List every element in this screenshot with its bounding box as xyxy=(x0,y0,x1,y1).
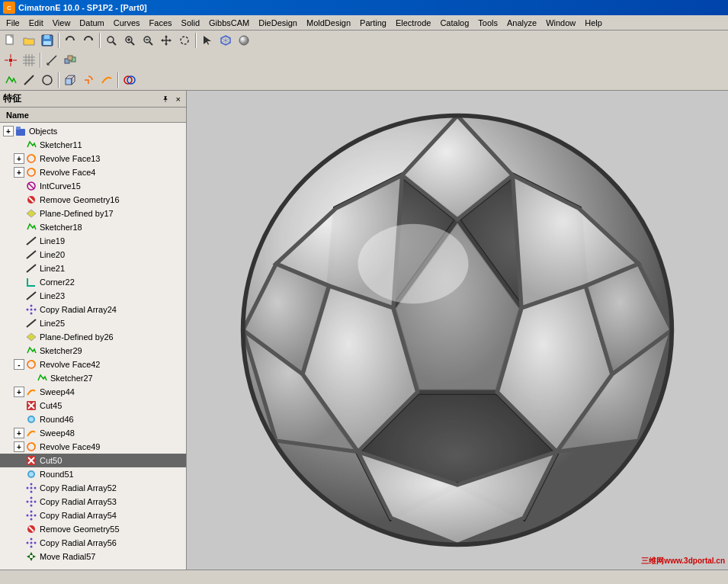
menu-item-edit[interactable]: Edit xyxy=(24,17,48,29)
tree-item-copyradial52[interactable]: Copy Radial Array52 xyxy=(0,481,186,495)
measure-btn[interactable] xyxy=(43,52,60,69)
tree-item-line25[interactable]: Line25 xyxy=(0,316,186,330)
menu-item-catalog[interactable]: Catalog xyxy=(435,17,473,29)
tree-item-objects[interactable]: +Objects xyxy=(0,124,186,138)
extrude-btn[interactable] xyxy=(62,72,79,88)
menu-item-view[interactable]: View xyxy=(48,17,75,29)
circle-tool-btn[interactable] xyxy=(39,72,56,88)
menu-item-faces[interactable]: Faces xyxy=(145,17,177,29)
menu-item-file[interactable]: File xyxy=(2,17,24,29)
zoom-extents-btn[interactable] xyxy=(103,32,120,49)
open-btn[interactable] xyxy=(21,32,37,49)
line-tool-btn[interactable] xyxy=(21,72,37,88)
tree-item-cut50[interactable]: Cut50 xyxy=(0,454,186,467)
label-sweep44: Sweep44 xyxy=(40,387,183,396)
tree-item-removegeom55[interactable]: Remove Geometry55 xyxy=(0,522,186,536)
panel-pin-btn[interactable]: 🖈 xyxy=(159,95,172,104)
toolbar-sep-2 xyxy=(99,33,101,48)
menu-item-electrode[interactable]: Electrode xyxy=(391,17,435,29)
tree-item-intcurve15[interactable]: IntCurve15 xyxy=(0,179,186,193)
menu-item-tools[interactable]: Tools xyxy=(473,17,502,29)
tree-item-round46[interactable]: Round46 xyxy=(0,412,186,426)
shading-btn[interactable] xyxy=(236,32,252,49)
viewport[interactable]: 三维网www.3dportal.cn xyxy=(187,91,728,570)
tree-item-line21[interactable]: Line21 xyxy=(0,262,186,275)
tree-item-cut45[interactable]: Cut45 xyxy=(0,399,186,412)
expander-sweep44[interactable]: + xyxy=(14,387,24,397)
tree-item-planedefined26[interactable]: Plane-Defined by26 xyxy=(0,330,186,344)
menu-item-gibbscam[interactable]: GibbsCAM xyxy=(204,17,254,29)
snap-btn[interactable] xyxy=(2,52,19,69)
sketch-btn[interactable] xyxy=(2,72,19,88)
label-corner22: Corner22 xyxy=(40,278,183,287)
rotate-btn[interactable] xyxy=(176,32,193,49)
feature-tree[interactable]: +ObjectsSketcher11+Revolve Face13+Revolv… xyxy=(0,123,186,570)
tree-item-sketcher18[interactable]: Sketcher18 xyxy=(0,220,186,234)
zoom-out-btn[interactable] xyxy=(140,32,156,49)
tree-item-corner22[interactable]: Corner22 xyxy=(0,275,186,289)
menu-item-analyze[interactable]: Analyze xyxy=(502,17,541,29)
tree-item-copyradial56[interactable]: Copy Radial Array56 xyxy=(0,536,186,550)
tree-item-copyradial54[interactable]: Copy Radial Array54 xyxy=(0,509,186,522)
tree-item-copyradial53[interactable]: Copy Radial Array53 xyxy=(0,495,186,509)
expander-objects[interactable]: + xyxy=(3,126,14,136)
menu-item-parting[interactable]: Parting xyxy=(355,17,391,29)
zoom-in-btn[interactable] xyxy=(121,32,138,49)
svg-marker-18 xyxy=(161,39,163,42)
expander-revolveface49[interactable]: + xyxy=(14,441,24,452)
boolean-btn[interactable] xyxy=(121,72,138,88)
sweep-btn2[interactable] xyxy=(98,72,115,88)
expander-revolveface13[interactable]: + xyxy=(14,153,24,164)
assembly-btn[interactable] xyxy=(62,52,79,69)
icon-round51 xyxy=(25,468,37,480)
label-cut45: Cut45 xyxy=(40,401,183,410)
tree-item-line23[interactable]: Line23 xyxy=(0,289,186,303)
expander-line20 xyxy=(14,249,24,260)
tree-item-sweep48[interactable]: +Sweep48 xyxy=(0,426,186,440)
menu-item-datum[interactable]: Datum xyxy=(75,17,108,29)
grid-btn[interactable] xyxy=(21,52,37,69)
tree-item-revolveface42[interactable]: -Revolve Face42 xyxy=(0,358,186,371)
tree-item-copyradial24[interactable]: Copy Radial Array24 xyxy=(0,303,186,316)
pan-btn[interactable] xyxy=(158,32,175,49)
tree-item-line19[interactable]: Line19 xyxy=(0,234,186,248)
tree-item-sketcher11[interactable]: Sketcher11 xyxy=(0,138,186,152)
panel-close-btn[interactable]: × xyxy=(174,95,183,104)
tree-item-moveradial57[interactable]: Move Radial57 xyxy=(0,550,186,563)
label-copyradial54: Copy Radial Array54 xyxy=(40,511,183,520)
tree-item-planedefined17[interactable]: Plane-Defined by17 xyxy=(0,207,186,220)
expander-cut45 xyxy=(14,400,24,411)
new-btn[interactable] xyxy=(2,32,19,49)
tree-item-removegeom16[interactable]: Remove Geometry16 xyxy=(0,193,186,207)
toolbar-row-3 xyxy=(0,70,728,90)
save-btn[interactable] xyxy=(39,32,56,49)
tree-item-sweep44[interactable]: +Sweep44 xyxy=(0,385,186,399)
select-btn[interactable] xyxy=(199,32,216,49)
menu-item-molddesign[interactable]: MoldDesign xyxy=(302,17,355,29)
tree-item-revolveface49[interactable]: +Revolve Face49 xyxy=(0,440,186,454)
expander-revolveface4[interactable]: + xyxy=(14,167,24,178)
view3d-btn[interactable] xyxy=(217,32,234,49)
menu-item-window[interactable]: Window xyxy=(541,17,580,29)
menu-item-diedesign[interactable]: DieDesign xyxy=(254,17,302,29)
menu-item-curves[interactable]: Curves xyxy=(109,17,145,29)
icon-copyradial56 xyxy=(25,537,37,549)
label-cut50: Cut50 xyxy=(40,456,183,465)
tree-item-sketcher27[interactable]: Sketcher27 xyxy=(0,371,186,385)
svg-line-10 xyxy=(131,42,134,45)
tree-item-line20[interactable]: Line20 xyxy=(0,248,186,262)
icon-intcurve15 xyxy=(25,180,37,192)
redo-btn[interactable] xyxy=(80,32,97,49)
menu-item-help[interactable]: Help xyxy=(580,17,607,29)
svg-line-64 xyxy=(27,319,36,327)
expander-sweep48[interactable]: + xyxy=(14,428,24,438)
tree-item-sketcher29[interactable]: Sketcher29 xyxy=(0,344,186,358)
undo-btn[interactable] xyxy=(62,32,79,49)
tree-item-round51[interactable]: Round51 xyxy=(0,467,186,481)
svg-point-77 xyxy=(30,487,33,489)
menu-item-solid[interactable]: Solid xyxy=(177,17,204,29)
expander-revolveface42[interactable]: - xyxy=(14,359,24,370)
tree-item-revolveface13[interactable]: +Revolve Face13 xyxy=(0,152,186,165)
tree-item-revolveface4[interactable]: +Revolve Face4 xyxy=(0,165,186,179)
revolve-btn[interactable] xyxy=(80,72,97,88)
